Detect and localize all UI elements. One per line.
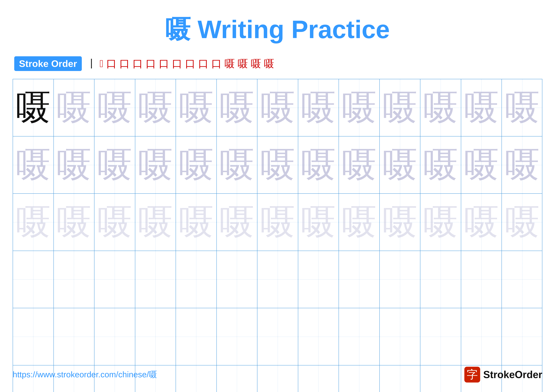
- grid-cell-empty[interactable]: [176, 308, 217, 365]
- grid-cell-empty[interactable]: [380, 308, 421, 365]
- stroke-step-14: 嗫: [251, 57, 261, 71]
- stroke-step-8: 口: [172, 57, 182, 71]
- grid-cell-empty[interactable]: [502, 251, 543, 308]
- grid-row-4: [13, 251, 542, 308]
- char-faded: 嗫: [97, 90, 132, 125]
- grid-cell-empty[interactable]: [13, 308, 54, 365]
- grid-cell-empty[interactable]: [420, 251, 461, 308]
- char-faded: 嗫: [260, 148, 295, 182]
- footer-url[interactable]: https://www.strokeorder.com/chinese/嗫: [13, 369, 157, 380]
- grid-cell-empty[interactable]: [298, 251, 339, 308]
- grid-cell: 嗫: [135, 194, 176, 251]
- grid-row-2: 嗫 嗫 嗫 嗫 嗫 嗫 嗫 嗫 嗫 嗫 嗫 嗫 嗫: [13, 136, 542, 194]
- grid-cell-empty[interactable]: [257, 308, 298, 365]
- grid-cell: 嗫: [176, 194, 217, 251]
- stroke-step-4: 口: [119, 57, 130, 71]
- char-faded-light: 嗫: [179, 205, 214, 240]
- grid-cell-empty[interactable]: [461, 308, 502, 365]
- grid-cell: 嗫: [502, 136, 543, 193]
- grid-cell-empty[interactable]: [257, 251, 298, 308]
- char-faded-light: 嗫: [505, 205, 540, 240]
- grid-cell-empty[interactable]: [502, 308, 543, 365]
- stroke-step-11: 口: [211, 57, 222, 71]
- grid-cell-empty[interactable]: [298, 308, 339, 365]
- grid-cell: 嗫: [420, 79, 461, 136]
- char-faded: 嗫: [57, 148, 91, 182]
- char-faded: 嗫: [505, 90, 540, 125]
- char-faded: 嗫: [342, 148, 377, 182]
- grid-cell-empty[interactable]: [339, 251, 380, 308]
- grid-cell: 嗫: [461, 194, 502, 251]
- grid-cell: 嗫: [176, 136, 217, 193]
- char-faded: 嗫: [16, 148, 51, 182]
- char-faded-light: 嗫: [423, 205, 458, 240]
- char-faded-light: 嗫: [138, 205, 173, 240]
- grid-cell: 嗫: [135, 79, 176, 136]
- title-area: 嗫 Writing Practice: [0, 0, 555, 47]
- grid-cell: 嗫: [380, 194, 421, 251]
- char-faded-light: 嗫: [57, 205, 91, 240]
- grid-cell: 嗫: [502, 79, 543, 136]
- grid-cell: 嗫: [176, 79, 217, 136]
- char-faded: 嗫: [138, 90, 173, 125]
- grid-cell-empty[interactable]: [135, 251, 176, 308]
- grid-cell-empty[interactable]: [380, 251, 421, 308]
- grid-cell-empty[interactable]: [217, 251, 258, 308]
- grid-cell: 嗫: [339, 79, 380, 136]
- grid-cell: 嗫: [95, 194, 135, 251]
- stroke-step-12: 嗫: [225, 57, 235, 71]
- stroke-steps: 丨𠃍口口口口口口口口口嗫嗫嗫嗫: [87, 57, 274, 71]
- char-faded: 嗫: [464, 90, 499, 125]
- grid-cell: 嗫: [461, 79, 502, 136]
- grid-cell-empty[interactable]: [54, 251, 95, 308]
- grid-cell-empty[interactable]: [176, 251, 217, 308]
- grid-cell: 嗫: [13, 194, 54, 251]
- char-faded: 嗫: [219, 90, 254, 125]
- char-faded-light: 嗫: [219, 205, 254, 240]
- grid-cell: 嗫: [461, 136, 502, 193]
- char-faded-light: 嗫: [97, 205, 132, 240]
- grid-cell-empty[interactable]: [461, 251, 502, 308]
- stroke-step-7: 口: [159, 57, 169, 71]
- grid-cell-empty[interactable]: [339, 308, 380, 365]
- char-faded-light: 嗫: [342, 205, 377, 240]
- grid-cell-empty[interactable]: [95, 251, 135, 308]
- grid-cell: 嗫: [420, 194, 461, 251]
- char-faded: 嗫: [383, 90, 417, 125]
- char-faded: 嗫: [505, 148, 540, 182]
- grid-cell: 嗫: [95, 136, 135, 193]
- grid-cell: 嗫: [298, 79, 339, 136]
- stroke-order-badge: Stroke Order: [14, 56, 82, 71]
- char-faded-light: 嗫: [383, 205, 417, 240]
- grid-cell-empty[interactable]: [217, 308, 258, 365]
- char-faded: 嗫: [423, 90, 458, 125]
- footer-logo: 字 StrokeOrder: [464, 367, 542, 383]
- char-solid: 嗫: [16, 90, 51, 125]
- grid-cell: 嗫: [339, 136, 380, 193]
- grid-cell-empty[interactable]: [54, 308, 95, 365]
- grid-row-5: [13, 308, 542, 365]
- grid-cell: 嗫: [13, 79, 54, 136]
- stroke-step-1: 丨: [87, 57, 97, 71]
- char-faded-light: 嗫: [464, 205, 499, 240]
- grid-cell: 嗫: [420, 136, 461, 193]
- char-faded: 嗫: [97, 148, 132, 182]
- char-faded-light: 嗫: [301, 205, 336, 240]
- grid-cell-empty[interactable]: [95, 308, 135, 365]
- grid-cell-empty[interactable]: [135, 308, 176, 365]
- char-faded-light: 嗫: [260, 205, 295, 240]
- char-faded: 嗫: [219, 148, 254, 182]
- grid-cell: 嗫: [54, 79, 95, 136]
- grid-cell-empty[interactable]: [420, 308, 461, 365]
- char-faded: 嗫: [57, 90, 91, 125]
- grid-row-1: 嗫 嗫 嗫 嗫 嗫 嗫 嗫 嗫 嗫 嗫 嗫 嗫 嗫: [13, 79, 542, 136]
- char-faded: 嗫: [301, 90, 336, 125]
- char-faded: 嗫: [423, 148, 458, 182]
- grid-cell-empty[interactable]: [13, 251, 54, 308]
- stroke-step-10: 口: [198, 57, 209, 71]
- stroke-step-13: 嗫: [238, 57, 248, 71]
- stroke-step-2: 𠃍: [100, 58, 103, 70]
- stroke-step-3: 口: [106, 57, 117, 71]
- grid-cell: 嗫: [298, 136, 339, 193]
- grid-cell: 嗫: [54, 136, 95, 193]
